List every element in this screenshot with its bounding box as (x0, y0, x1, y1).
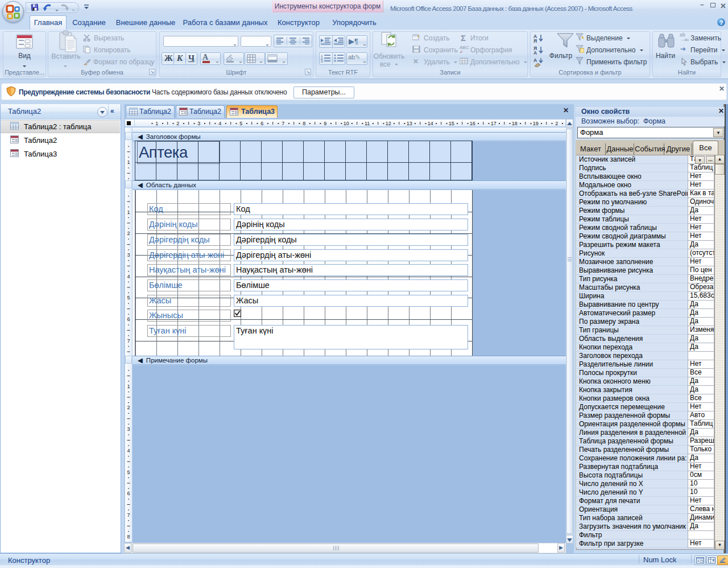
svg-text:5: 5 (239, 121, 242, 126)
svg-text:2: 2 (176, 121, 179, 126)
svg-text:А: А (533, 57, 537, 63)
svg-text:12: 12 (386, 121, 391, 126)
svg-text:5: 5 (127, 295, 130, 301)
svg-text:3: 3 (197, 121, 200, 126)
svg-text:2: 2 (127, 231, 130, 236)
svg-text:10: 10 (344, 121, 349, 126)
svg-text:5: 5 (127, 470, 130, 475)
svg-text:1: 1 (155, 121, 158, 126)
svg-text:6: 6 (127, 491, 130, 496)
svg-text:7: 7 (127, 512, 130, 518)
svg-text:4: 4 (218, 121, 221, 126)
svg-text:1: 1 (127, 159, 130, 165)
svg-text:11: 11 (365, 121, 370, 126)
svg-text:7: 7 (127, 338, 130, 344)
svg-text:А: А (533, 50, 537, 55)
svg-text:7: 7 (282, 121, 284, 126)
svg-text:15: 15 (449, 121, 454, 126)
svg-text:4: 4 (127, 274, 130, 279)
svg-text:17: 17 (491, 121, 497, 126)
svg-text:14: 14 (428, 121, 433, 126)
svg-text:1: 1 (127, 209, 130, 215)
svg-text:8: 8 (303, 121, 305, 126)
svg-text:19: 19 (533, 121, 539, 126)
svg-text:3: 3 (321, 60, 323, 63)
svg-text:8: 8 (127, 534, 130, 540)
svg-text:4: 4 (127, 448, 130, 454)
svg-text:2: 2 (127, 405, 130, 410)
svg-text:3: 3 (127, 252, 130, 258)
svg-text:16: 16 (470, 121, 475, 126)
svg-text:6: 6 (260, 121, 263, 126)
svg-text:*: * (417, 34, 420, 40)
svg-text:9: 9 (324, 121, 326, 126)
svg-text:18: 18 (512, 121, 518, 126)
svg-text:Я: Я (533, 38, 537, 43)
svg-text:13: 13 (407, 121, 412, 126)
svg-text:6: 6 (127, 316, 130, 322)
svg-text:1: 1 (127, 384, 130, 389)
svg-text:3: 3 (127, 426, 130, 432)
svg-text:2: 2 (555, 121, 558, 126)
